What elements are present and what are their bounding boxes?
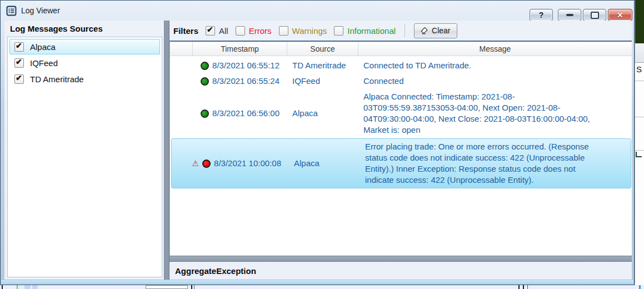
filter-all-checkbox[interactable] [206, 26, 215, 36]
filter-warnings[interactable]: Warnings [279, 26, 327, 36]
clear-button-label: Clear [432, 26, 450, 35]
info-dot-icon [201, 62, 209, 70]
vertical-splitter[interactable] [164, 21, 169, 280]
source-cell: IQFeed [287, 76, 358, 87]
timestamp-text: 8/3/2021 06:55:12 [212, 60, 279, 71]
timestamp-cell: 8/3/2021 06:55:12 [170, 60, 287, 71]
column-message[interactable]: Message [358, 42, 632, 56]
filter-informational-checkbox[interactable] [334, 26, 343, 36]
minimize-icon [566, 14, 573, 16]
background-window-right-sliver: S [635, 0, 644, 289]
log-row-4-selected[interactable]: ⚠ 8/3/2021 10:00:08 Alpaca Error placing… [171, 138, 631, 188]
filters-separator [405, 24, 405, 37]
background-divider [635, 117, 644, 117]
filter-errors-checkbox[interactable] [236, 26, 245, 36]
background-line [523, 285, 524, 289]
background-window-bottom-sliver [0, 285, 644, 289]
log-list-icon [6, 6, 17, 16]
background-small-glyph [636, 152, 642, 157]
info-dot-icon [201, 77, 209, 86]
log-row-2[interactable]: 8/3/2021 06:55:24 IQFeed Connected [170, 73, 632, 89]
info-dot-icon [201, 109, 209, 118]
background-line [518, 285, 520, 289]
sources-listbox[interactable]: Alpaca IQFeed TD Ameritrade [7, 37, 162, 277]
background-box [24, 285, 31, 289]
checkbox-alpaca[interactable] [14, 42, 24, 52]
background-box [32, 285, 38, 289]
log-panel: Filters All Errors Warnings [169, 21, 632, 280]
filter-warnings-label: Warnings [292, 26, 327, 36]
background-line [527, 285, 528, 289]
screen: S Log Viewer ? [0, 0, 644, 289]
window-body: Log Messages Sources Alpaca IQFeed TD Am… [4, 21, 632, 280]
timestamp-cell: ⚠ 8/3/2021 10:00:08 [172, 158, 288, 169]
warning-triangle-icon: ⚠ [192, 160, 199, 167]
source-cell: Alpaca [287, 108, 358, 119]
clear-button[interactable]: Clear [414, 23, 457, 38]
background-line [2, 285, 3, 289]
filter-warnings-checkbox[interactable] [279, 26, 288, 36]
source-cell: Alpaca [288, 158, 360, 169]
filter-all-label: All [219, 26, 228, 36]
filter-all[interactable]: All [206, 26, 228, 36]
background-divider [635, 81, 644, 81]
window-bottom-frame [1, 280, 633, 285]
message-cell: Connected to TD Ameritrade. [358, 59, 600, 72]
exception-detail-bar: AggregateException [169, 262, 632, 280]
source-item-td-ameritrade[interactable]: TD Ameritrade [9, 71, 160, 87]
source-item-iqfeed[interactable]: IQFeed [9, 55, 160, 71]
background-divider [635, 150, 644, 151]
sources-panel-header: Log Messages Sources [4, 21, 164, 37]
filter-informational-label: Informational [347, 26, 396, 36]
source-label: Alpaca [30, 42, 56, 52]
background-partial-text: S [636, 64, 642, 74]
checkbox-iqfeed[interactable] [14, 58, 24, 68]
message-cell: Alpaca Connected: Timestamp: 2021-08-03T… [358, 91, 600, 136]
column-timestamp[interactable]: Timestamp [192, 42, 287, 56]
filter-informational[interactable]: Informational [334, 26, 396, 36]
log-table-header: Timestamp Source Message [170, 42, 632, 56]
maximize-button[interactable] [583, 9, 606, 21]
background-green-block [635, 0, 644, 43]
message-cell: Connected [358, 75, 600, 87]
eraser-icon [421, 27, 428, 34]
maximize-icon [591, 12, 599, 19]
help-icon: ? [539, 11, 544, 19]
exception-detail-text: AggregateException [175, 266, 256, 276]
filters-label: Filters [173, 26, 198, 36]
timestamp-cell: 8/3/2021 06:55:24 [170, 76, 287, 87]
column-icon [170, 42, 192, 56]
caption-buttons: ? ✕ [530, 9, 632, 21]
log-row-1[interactable]: 8/3/2021 06:55:12 TD Ameritrade Connecte… [170, 58, 632, 73]
filter-errors[interactable]: Errors [236, 26, 272, 36]
background-box [17, 285, 24, 289]
column-source[interactable]: Source [287, 42, 358, 56]
log-viewer-window: Log Viewer ? ✕ Log Messages Sources Alpa… [0, 0, 635, 285]
source-label: IQFeed [30, 58, 58, 68]
log-row-3[interactable]: 8/3/2021 06:56:00 Alpaca Alpaca Connecte… [170, 89, 632, 138]
background-box [146, 285, 188, 289]
source-label: TD Ameritrade [30, 74, 84, 84]
background-line [639, 285, 641, 289]
timestamp-text: 8/3/2021 06:55:24 [212, 76, 279, 87]
close-icon: ✕ [617, 12, 623, 19]
checkbox-td-ameritrade[interactable] [14, 74, 24, 84]
source-item-alpaca[interactable]: Alpaca [9, 39, 160, 54]
log-table: Timestamp Source Message 8/3/2021 06:55:… [169, 41, 632, 256]
message-cell: Error placing trade: One or more errors … [360, 141, 602, 186]
titlebar[interactable]: Log Viewer ? ✕ [1, 1, 634, 21]
minimize-button[interactable] [558, 9, 581, 21]
help-button[interactable]: ? [530, 9, 553, 21]
background-panel-band [635, 43, 644, 63]
error-dot-icon [202, 160, 211, 168]
sources-panel: Log Messages Sources Alpaca IQFeed TD Am… [4, 21, 164, 280]
filter-errors-label: Errors [249, 26, 272, 36]
background-line [194, 285, 194, 289]
timestamp-text: 8/3/2021 10:00:08 [214, 158, 281, 169]
horizontal-splitter[interactable] [169, 256, 632, 262]
background-line [191, 285, 192, 289]
close-button[interactable]: ✕ [608, 9, 632, 21]
window-title: Log Viewer [21, 6, 60, 15]
log-rows: 8/3/2021 06:55:12 TD Ameritrade Connecte… [170, 56, 632, 256]
timestamp-text: 8/3/2021 06:56:00 [212, 108, 279, 119]
